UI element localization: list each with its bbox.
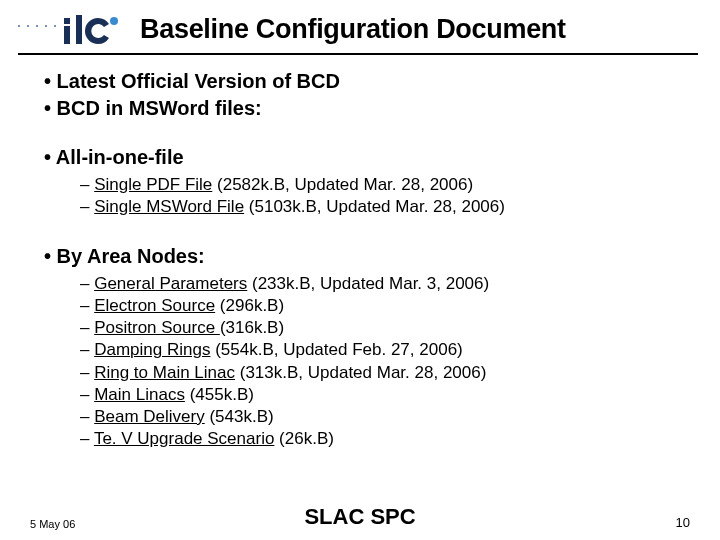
meta-text: (5103k.B, Updated Mar. 28, 2006) (244, 197, 505, 216)
slide-footer: 5 May 06 SLAC SPC 10 (0, 515, 720, 530)
svg-rect-2 (76, 15, 82, 44)
list-item: Ring to Main Linac (313k.B, Updated Mar.… (80, 362, 676, 384)
link-main-linacs[interactable]: Main Linacs (94, 385, 185, 404)
link-ring-to-main-linac[interactable]: Ring to Main Linac (94, 363, 235, 382)
top-bullets: Latest Official Version of BCD BCD in MS… (44, 69, 676, 121)
meta-text: (2582k.B, Updated Mar. 28, 2006) (212, 175, 473, 194)
meta-text: (316k.B) (220, 318, 284, 337)
bullet-areanodes: By Area Nodes: (44, 244, 676, 269)
bullet-latest-version: Latest Official Version of BCD (44, 69, 676, 94)
ilc-logo-icon (62, 15, 122, 49)
bullet-msword-files: BCD in MSWord files: (44, 96, 676, 121)
footer-center: SLAC SPC (304, 504, 415, 530)
meta-text: (313k.B, Updated Mar. 28, 2006) (235, 363, 486, 382)
footer-page-number: 10 (676, 515, 690, 530)
svg-rect-1 (64, 26, 70, 44)
list-item: Electron Source (296k.B) (80, 295, 676, 317)
footer-date: 5 May 06 (30, 518, 75, 530)
slide: Baseline Configuration Document Latest O… (0, 0, 720, 540)
bullet-allinone: All-in-one-file (44, 145, 676, 170)
link-tev-upgrade[interactable]: Te. V Upgrade Scenario (94, 429, 275, 448)
allinone-list: Single PDF File (2582k.B, Updated Mar. 2… (44, 172, 676, 222)
list-item: Single MSWord File (5103k.B, Updated Mar… (80, 196, 676, 218)
meta-text: (296k.B) (215, 296, 284, 315)
list-item: General Parameters (233k.B, Updated Mar.… (80, 273, 676, 295)
meta-text: (554k.B, Updated Feb. 27, 2006) (210, 340, 462, 359)
list-item: Positron Source (316k.B) (80, 317, 676, 339)
link-damping-rings[interactable]: Damping Rings (94, 340, 210, 359)
meta-text: (455k.B) (185, 385, 254, 404)
list-item: Damping Rings (554k.B, Updated Feb. 27, … (80, 339, 676, 361)
list-item: Single PDF File (2582k.B, Updated Mar. 2… (80, 174, 676, 196)
link-positron-source[interactable]: Positron Source (94, 318, 220, 337)
slide-title: Baseline Configuration Document (140, 14, 566, 49)
meta-text: (26k.B) (274, 429, 334, 448)
list-item: Beam Delivery (543k.B) (80, 406, 676, 428)
svg-point-3 (110, 17, 118, 25)
section-allinone: All-in-one-file (44, 145, 676, 170)
logo-dots-icon (18, 25, 56, 39)
areanodes-list: General Parameters (233k.B, Updated Mar.… (44, 271, 676, 454)
link-single-pdf[interactable]: Single PDF File (94, 175, 212, 194)
link-general-parameters[interactable]: General Parameters (94, 274, 247, 293)
link-single-msword[interactable]: Single MSWord File (94, 197, 244, 216)
section-area-nodes: By Area Nodes: (44, 244, 676, 269)
slide-header: Baseline Configuration Document (0, 0, 720, 49)
list-item: Main Linacs (455k.B) (80, 384, 676, 406)
slide-content: Latest Official Version of BCD BCD in MS… (0, 55, 720, 454)
meta-text: (543k.B) (205, 407, 274, 426)
link-electron-source[interactable]: Electron Source (94, 296, 215, 315)
link-beam-delivery[interactable]: Beam Delivery (94, 407, 205, 426)
list-item: Te. V Upgrade Scenario (26k.B) (80, 428, 676, 450)
logo (18, 15, 122, 49)
meta-text: (233k.B, Updated Mar. 3, 2006) (247, 274, 489, 293)
svg-rect-0 (64, 18, 70, 24)
